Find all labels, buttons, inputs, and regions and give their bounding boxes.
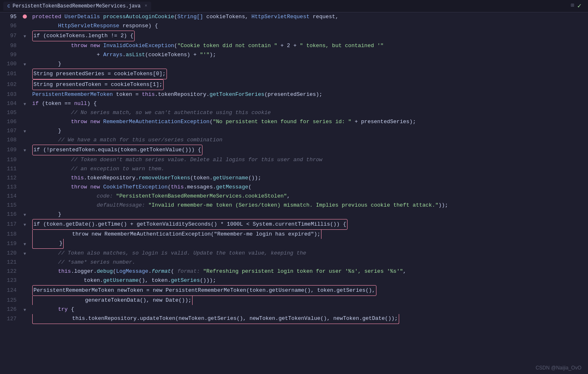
gutter-cell [21, 192, 29, 201]
book-icon[interactable]: ⊞ [571, 2, 574, 10]
table-row: 105 // No series match, so we can't auth… [0, 108, 588, 117]
gutter-cell [21, 90, 29, 99]
fold-arrow[interactable]: ▼ [24, 252, 26, 256]
line-number: 107 [0, 126, 21, 136]
table-row: 117▼if (token.getDate().getTime() + getT… [0, 219, 588, 230]
line-number: 96 [0, 21, 21, 31]
fold-arrow[interactable]: ▼ [24, 148, 26, 153]
line-number: 111 [0, 164, 21, 174]
tab-close-button[interactable]: × [145, 4, 147, 8]
gutter-cell [21, 296, 29, 305]
table-row: 110 // Token doesn't match series value.… [0, 155, 588, 164]
line-number: 116 [0, 210, 21, 219]
table-row: 97▼if (cookieTokens.length != 2) { [0, 31, 588, 41]
line-code: String presentedToken = cookieTokens[1]; [29, 79, 588, 90]
line-number: 119 [0, 239, 21, 249]
gutter-cell: ▼ [21, 126, 29, 136]
line-number: 126 [0, 305, 21, 314]
line-number: 104 [0, 99, 21, 108]
line-code: throw new RememberMeAuthenticationExcept… [29, 117, 588, 126]
table-row: 101String presentedSeries = cookieTokens… [0, 69, 588, 79]
line-code: throw new InvalidCookieException("Cookie… [29, 41, 588, 50]
fold-arrow[interactable]: ▼ [24, 129, 26, 134]
line-code: // Token also matches, so login is valid… [29, 249, 588, 258]
gutter-cell [21, 41, 29, 50]
line-number: 115 [0, 201, 21, 210]
gutter-cell [21, 258, 29, 267]
table-row: 108 // We have a match for this user/ser… [0, 136, 588, 145]
editor-container: 95protected UserDetails processAutoLogin… [0, 12, 588, 374]
table-row: 103PersistentRememberMeToken token = thi… [0, 90, 588, 99]
line-code: if (cookieTokens.length != 2) { [29, 31, 588, 41]
gutter-cell [21, 21, 29, 31]
table-row: 120▼ // Token also matches, so login is … [0, 249, 588, 258]
table-row: 121 // *same* series number. [0, 258, 588, 267]
fold-arrow[interactable]: ▼ [24, 308, 26, 312]
table-row: 119▼ } [0, 239, 588, 249]
gutter-cell [21, 108, 29, 117]
table-row: 125 generateTokenData(), new Date()); [0, 296, 588, 305]
gutter-cell: ▼ [21, 210, 29, 219]
line-code: this.tokenRepository.updateToken(newToke… [29, 314, 588, 324]
table-row: 96 HttpServletResponse response) { [0, 21, 588, 31]
gutter-cell [21, 230, 29, 239]
line-number: 105 [0, 108, 21, 117]
fold-arrow[interactable]: ▼ [24, 34, 26, 39]
fold-arrow[interactable]: ▼ [24, 213, 26, 217]
line-number: 117 [0, 219, 21, 230]
gutter-cell [21, 276, 29, 285]
gutter-cell [21, 12, 29, 21]
line-code: try { [29, 305, 588, 314]
line-code: throw new RememberMeAuthenticationExcept… [29, 230, 588, 239]
table-row: 116▼ } [0, 210, 588, 219]
fold-arrow[interactable]: ▼ [24, 223, 26, 227]
line-number: 102 [0, 79, 21, 90]
table-row: 95protected UserDetails processAutoLogin… [0, 12, 588, 21]
table-row: 122 this.logger.debug(LogMessage.format(… [0, 267, 588, 276]
breakpoint-indicator [23, 14, 27, 19]
line-number: 127 [0, 314, 21, 324]
table-row: 127 this.tokenRepository.updateToken(new… [0, 314, 588, 324]
file-tab[interactable]: C PersistentTokenBasedRememberMeServices… [3, 2, 151, 11]
table-row: 118 throw new RememberMeAuthenticationEx… [0, 230, 588, 239]
fold-arrow[interactable]: ▼ [24, 62, 26, 67]
watermark: CSDN @Naijia_OvO [536, 365, 581, 371]
gutter-cell [21, 136, 29, 145]
line-number: 114 [0, 192, 21, 201]
table-row: 104▼if (token == null) { [0, 99, 588, 108]
line-code: token.getUsername(), token.getSeries()))… [29, 276, 588, 285]
fold-arrow[interactable]: ▼ [24, 102, 26, 107]
line-code: protected UserDetails processAutoLoginCo… [29, 12, 588, 21]
line-code: // *same* series number. [29, 258, 588, 267]
table-row: 115 defaultMessage: "Invalid remember-me… [0, 201, 588, 210]
gutter-cell: ▼ [21, 31, 29, 41]
line-code: if (token.getDate().getTime() + getToken… [29, 219, 588, 230]
table-row: 99 + Arrays.asList(cookieTokens) + "'"); [0, 50, 588, 60]
fold-arrow[interactable]: ▼ [24, 242, 26, 247]
line-number: 103 [0, 90, 21, 99]
line-number: 122 [0, 267, 21, 276]
gutter-cell [21, 69, 29, 79]
table-row: 98 throw new InvalidCookieException("Coo… [0, 41, 588, 50]
line-code: + Arrays.asList(cookieTokens) + "'"); [29, 50, 588, 60]
gutter-cell: ▼ [21, 60, 29, 69]
gutter-cell: ▼ [21, 239, 29, 249]
line-code: code: "PersistentTokenBasedRememberMeSer… [29, 192, 588, 201]
line-number: 108 [0, 136, 21, 145]
code-lines: 95protected UserDetails processAutoLogin… [0, 12, 588, 374]
line-number: 109 [0, 145, 21, 155]
line-number: 124 [0, 285, 21, 296]
line-number: 125 [0, 296, 21, 305]
line-number: 120 [0, 249, 21, 258]
line-number: 99 [0, 50, 21, 60]
gutter-cell: ▼ [21, 305, 29, 314]
line-number: 118 [0, 230, 21, 239]
gutter-cell [21, 79, 29, 90]
line-number: 100 [0, 60, 21, 69]
line-code: // an exception to warn them. [29, 164, 588, 174]
table-row: 106 throw new RememberMeAuthenticationEx… [0, 117, 588, 126]
table-row: 109▼if (!presentedToken.equals(token.get… [0, 145, 588, 155]
line-code: PersistentRememberMeToken newToken = new… [29, 285, 588, 296]
line-code: PersistentRememberMeToken token = this.t… [29, 90, 588, 99]
gutter-cell: ▼ [21, 99, 29, 108]
